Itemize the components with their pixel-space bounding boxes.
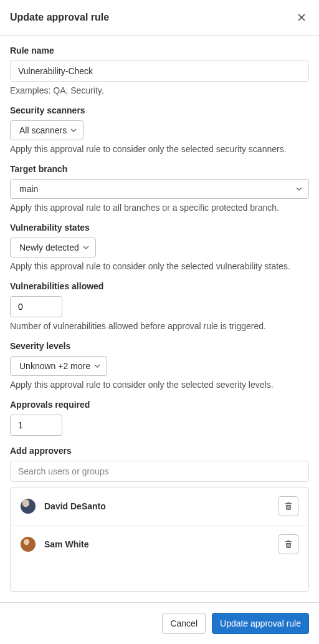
approvers-list: David DeSanto Sam White xyxy=(10,487,309,592)
chevron-down-icon xyxy=(83,244,89,251)
close-icon xyxy=(297,12,307,22)
severity-levels-dropdown[interactable]: Unknown +2 more xyxy=(10,356,107,376)
avatar xyxy=(21,537,36,552)
add-approvers-input[interactable] xyxy=(10,461,309,482)
trash-icon xyxy=(283,539,293,549)
target-branch-group: Target branch main Apply this approval r… xyxy=(10,164,309,213)
approver-name: Sam White xyxy=(44,539,89,549)
avatar xyxy=(21,499,36,514)
chevron-down-icon xyxy=(70,127,77,133)
add-approvers-group: Add approvers David DeSanto Sam White xyxy=(10,446,309,592)
severity-levels-label: Severity levels xyxy=(10,341,309,351)
chevron-down-icon xyxy=(94,363,100,369)
modal-header: Update approval rule xyxy=(0,0,319,36)
trash-icon xyxy=(283,501,293,511)
approvals-required-group: Approvals required xyxy=(10,400,309,436)
approver-info: Sam White xyxy=(21,537,89,552)
vulnerability-states-help: Apply this approval rule to consider onl… xyxy=(10,261,309,271)
rule-name-label: Rule name xyxy=(10,46,309,55)
vulnerabilities-allowed-label: Vulnerabilities allowed xyxy=(10,281,309,291)
vulnerability-states-selected: Newly detected xyxy=(19,243,79,252)
remove-approver-button[interactable] xyxy=(279,534,298,554)
rule-name-input[interactable] xyxy=(10,60,309,82)
modal-body: Rule name Examples: QA, Security. Securi… xyxy=(0,36,319,602)
add-approvers-label: Add approvers xyxy=(10,446,309,456)
close-button[interactable] xyxy=(294,10,309,25)
target-branch-help: Apply this approval rule to all branches… xyxy=(10,203,309,213)
target-branch-dropdown[interactable]: main xyxy=(10,179,309,199)
security-scanners-help: Apply this approval rule to consider onl… xyxy=(10,144,309,154)
vulnerabilities-allowed-group: Vulnerabilities allowed Number of vulner… xyxy=(10,281,309,331)
severity-levels-group: Severity levels Unknown +2 more Apply th… xyxy=(10,341,309,390)
approver-name: David DeSanto xyxy=(44,501,106,511)
modal-title: Update approval rule xyxy=(10,12,109,23)
approver-row: Sam White xyxy=(11,525,308,563)
submit-button[interactable]: Update approval rule xyxy=(212,613,309,634)
approvals-required-label: Approvals required xyxy=(10,400,309,410)
chevron-down-icon xyxy=(296,186,302,192)
vulnerability-states-label: Vulnerability states xyxy=(10,223,309,233)
security-scanners-label: Security scanners xyxy=(10,105,309,115)
vulnerabilities-allowed-help: Number of vulnerabilities allowed before… xyxy=(10,321,309,331)
security-scanners-group: Security scanners All scanners Apply thi… xyxy=(10,105,309,154)
security-scanners-selected: All scanners xyxy=(19,125,67,135)
approvals-required-input[interactable] xyxy=(10,415,62,436)
security-scanners-dropdown[interactable]: All scanners xyxy=(10,120,83,140)
remove-approver-button[interactable] xyxy=(279,496,298,516)
vulnerabilities-allowed-input[interactable] xyxy=(10,296,62,317)
cancel-button[interactable]: Cancel xyxy=(162,613,206,634)
approver-info: David DeSanto xyxy=(21,499,106,514)
severity-levels-selected: Unknown +2 more xyxy=(19,361,90,371)
modal-footer: Cancel Update approval rule xyxy=(0,602,319,644)
approver-row: David DeSanto xyxy=(11,488,308,525)
rule-name-group: Rule name Examples: QA, Security. xyxy=(10,46,309,95)
target-branch-selected: main xyxy=(19,184,38,194)
vulnerability-states-dropdown[interactable]: Newly detected xyxy=(10,238,96,257)
severity-levels-help: Apply this approval rule to consider onl… xyxy=(10,380,309,390)
rule-name-help: Examples: QA, Security. xyxy=(10,85,309,95)
target-branch-label: Target branch xyxy=(10,164,309,174)
vulnerability-states-group: Vulnerability states Newly detected Appl… xyxy=(10,223,309,271)
